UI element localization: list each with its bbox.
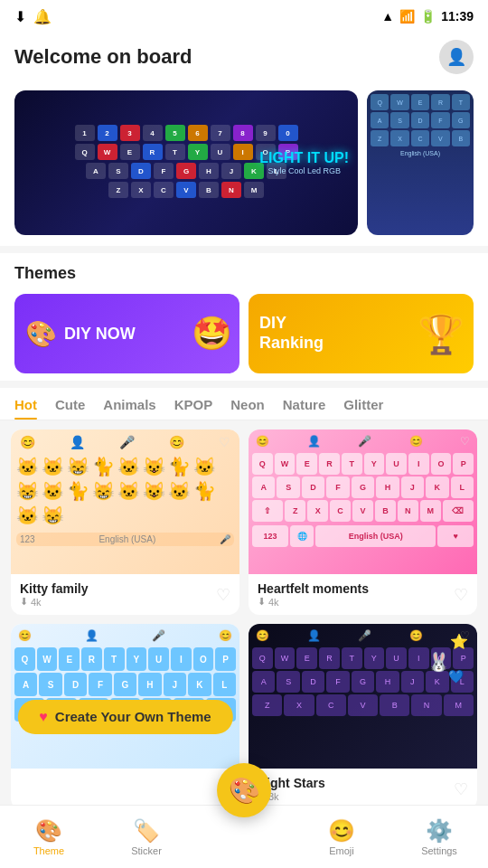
emoji-nav-label: Emoji xyxy=(329,845,354,856)
sticker-nav-label: Sticker xyxy=(131,845,162,856)
sticker-nav-icon: 🏷️ xyxy=(133,818,160,844)
notification-icon: 🔔 xyxy=(33,8,52,25)
heartfelt-downloads: ⬇ 4k xyxy=(258,596,369,608)
nav-emoji[interactable]: 😊 Emoji xyxy=(293,818,390,856)
kitty-family-card[interactable]: 😊 👤 🎤 😊 ♡ 🐱 🐱 😸 🐈 🐱 😺 🐈 🐱 😸 🐱 🐈 😸 xyxy=(11,429,239,615)
fab-palette[interactable]: 🎨 xyxy=(217,763,271,817)
create-own-card[interactable]: 😊 👤 🎤 😊 QWE RTY UIOP ASD FGH JKL ZXC VBN… xyxy=(11,624,239,809)
theme-grid: 😊 👤 🎤 😊 ♡ 🐱 🐱 😸 🐈 🐱 😺 🐈 🐱 😸 🐱 🐈 😸 xyxy=(0,420,488,818)
avatar[interactable]: 👤 xyxy=(439,40,474,74)
nav-theme[interactable]: 🎨 Theme xyxy=(0,818,98,856)
tab-animals[interactable]: Animals xyxy=(103,388,155,420)
download-icon: ⬇ xyxy=(14,8,26,25)
status-left: ⬇ 🔔 xyxy=(14,8,52,25)
led-title: LIGHT IT UP! xyxy=(259,150,349,166)
create-own-preview: 😊 👤 🎤 😊 QWE RTY UIOP ASD FGH JKL ZXC VBN… xyxy=(11,624,239,769)
tab-cute[interactable]: Cute xyxy=(55,388,85,420)
battery-icon: 🔋 xyxy=(420,9,436,24)
tab-kpop[interactable]: KPOP xyxy=(174,388,213,420)
themes-cards: 🎨 DIY NOW 🤩 DIYRanking 🏆 xyxy=(14,294,474,373)
ranking-label: DIYRanking xyxy=(259,314,324,353)
heartfelt-name: Heartfelt moments xyxy=(258,581,369,596)
theme-nav-icon: 🎨 xyxy=(35,818,62,844)
signal-icon: 📶 xyxy=(399,9,415,24)
emoji-nav-icon: 😊 xyxy=(328,818,355,844)
second-banner[interactable]: Q W E R T A S D F G Z X C V B English (U… xyxy=(367,90,474,235)
heartfelt-moments-card[interactable]: 😊 👤 🎤 😊 ♡ QWE RTY UIOP ASD FGH JKL xyxy=(249,429,477,615)
kitty-family-heart[interactable]: ♡ xyxy=(216,585,230,605)
wifi-icon: ▲ xyxy=(381,9,394,24)
led-banner-text: LIGHT IT UP! Style Cool Led RGB xyxy=(259,150,349,175)
page-title: Welcome on board xyxy=(14,45,192,69)
settings-nav-label: Settings xyxy=(421,845,457,856)
heartfelt-preview: 😊 👤 🎤 😊 ♡ QWE RTY UIOP ASD FGH JKL xyxy=(249,429,477,574)
header: Welcome on board 👤 xyxy=(0,33,488,83)
theme-nav-label: Theme xyxy=(33,845,64,856)
night-card-info: Night Stars ⬇3k ♡ xyxy=(249,769,477,809)
themes-section: Themes 🎨 DIY NOW 🤩 DIYRanking 🏆 xyxy=(0,253,488,381)
diy-emoji: 🤩 xyxy=(192,315,232,353)
led-subtitle: Style Cool Led RGB xyxy=(259,166,349,175)
themes-title: Themes xyxy=(14,264,474,283)
create-own-label: Create Your Own Theme xyxy=(55,709,211,724)
tab-nature[interactable]: Nature xyxy=(283,388,326,420)
fab-icon: 🎨 xyxy=(229,776,260,806)
nav-sticker[interactable]: 🏷️ Sticker xyxy=(98,818,195,856)
heart-icon: ♥ xyxy=(39,709,48,725)
led-banner[interactable]: 1 2 3 4 5 6 7 8 9 0 Q W E R T Y U I O xyxy=(14,90,358,235)
create-own-button[interactable]: ♥ Create Your Own Theme xyxy=(17,700,232,734)
tab-glitter[interactable]: Glitter xyxy=(343,388,383,420)
status-bar: ⬇ 🔔 ▲ 📶 🔋 11:39 xyxy=(0,0,488,33)
diy-now-button[interactable]: 🎨 DIY NOW 🤩 xyxy=(14,294,239,373)
nav-settings[interactable]: ⚙️ Settings xyxy=(390,818,488,856)
palette-icon: 🎨 xyxy=(25,319,57,349)
status-right: ▲ 📶 🔋 11:39 xyxy=(381,9,474,24)
banners-section: 1 2 3 4 5 6 7 8 9 0 Q W E R T Y U I O xyxy=(0,83,488,246)
kitty-family-name: Kitty family xyxy=(20,581,88,596)
trophy-icon: 🏆 xyxy=(418,312,465,356)
filter-tabs: Hot Cute Animals KPOP Neon Nature Glitte… xyxy=(0,388,488,420)
diy-ranking-button[interactable]: DIYRanking 🏆 xyxy=(249,294,474,373)
night-card[interactable]: 😊 👤 🎤 😊 ♡ QWE RTY UIOP ASD FGH JKL xyxy=(249,624,477,809)
kitty-family-downloads: ⬇ 4k xyxy=(20,596,88,608)
kitty-family-info: Kitty family ⬇ 4k ♡ xyxy=(11,574,239,615)
diy-now-label: DIY NOW xyxy=(64,325,136,344)
tab-hot[interactable]: Hot xyxy=(14,388,37,420)
settings-nav-icon: ⚙️ xyxy=(426,818,453,844)
kitty-family-preview: 😊 👤 🎤 😊 ♡ 🐱 🐱 😸 🐈 🐱 😺 🐈 🐱 😸 🐱 🐈 😸 xyxy=(11,429,239,574)
night-preview: 😊 👤 🎤 😊 ♡ QWE RTY UIOP ASD FGH JKL xyxy=(249,624,477,769)
time-display: 11:39 xyxy=(441,9,474,24)
heartfelt-info: Heartfelt moments ⬇ 4k ♡ xyxy=(249,574,477,615)
tab-neon[interactable]: Neon xyxy=(230,388,265,420)
heartfelt-heart[interactable]: ♡ xyxy=(454,585,468,605)
night-card-heart[interactable]: ♡ xyxy=(454,779,468,799)
